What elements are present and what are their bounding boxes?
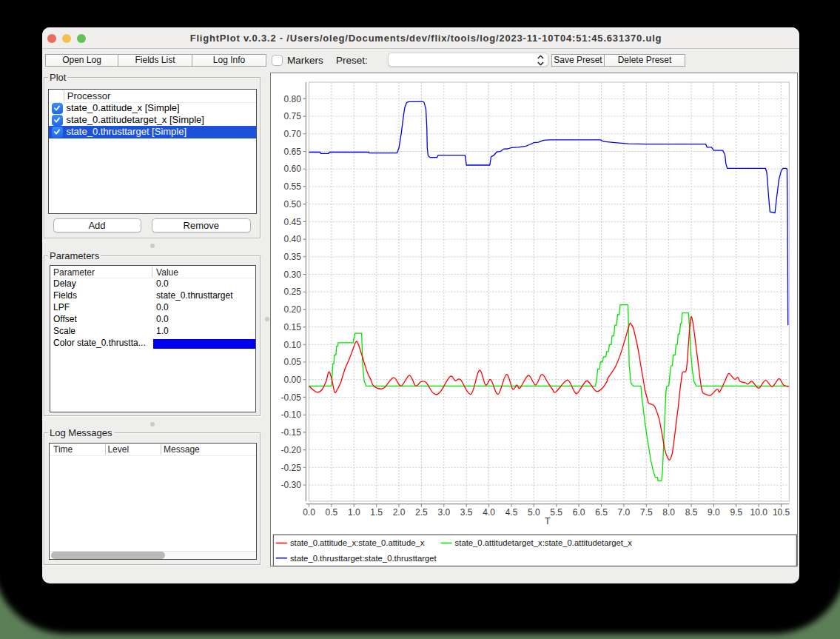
svg-text:0.0: 0.0 [303,507,315,518]
svg-text:6.5: 6.5 [595,507,608,518]
svg-text:5.0: 5.0 [528,507,540,518]
svg-text:0.20: 0.20 [284,304,302,315]
svg-text:0.40: 0.40 [284,234,302,244]
svg-text:T: T [545,516,551,526]
svg-text:0.15: 0.15 [284,322,302,332]
svg-text:0.5: 0.5 [326,507,338,518]
svg-text:0.70: 0.70 [284,129,302,139]
svg-text:9.0: 9.0 [708,507,720,518]
svg-text:0.60: 0.60 [284,164,302,174]
svg-text:1.0: 1.0 [348,507,360,518]
svg-text:0.05: 0.05 [284,357,302,367]
svg-text:-0.30: -0.30 [281,480,302,490]
svg-text:8.0: 8.0 [662,507,675,518]
svg-text:6.0: 6.0 [573,507,585,518]
svg-text:0.25: 0.25 [284,287,302,297]
svg-text:state_0.thrusttarget:state_0.t: state_0.thrusttarget:state_0.thrusttarge… [290,554,437,563]
svg-text:3.0: 3.0 [437,507,450,518]
svg-text:0.80: 0.80 [284,94,302,104]
svg-text:-0.20: -0.20 [281,445,302,455]
svg-text:0.35: 0.35 [284,252,302,262]
svg-text:-0.15: -0.15 [281,427,302,438]
svg-text:0.10: 0.10 [284,340,302,350]
svg-text:-0.05: -0.05 [281,392,302,403]
svg-text:0.00: 0.00 [284,375,302,385]
svg-text:10.5: 10.5 [773,507,790,518]
svg-text:7.0: 7.0 [618,507,631,518]
svg-text:0.50: 0.50 [284,199,302,210]
svg-text:-0.10: -0.10 [281,409,302,420]
svg-text:8.5: 8.5 [685,507,698,518]
svg-text:0.55: 0.55 [284,181,302,192]
svg-text:-0.25: -0.25 [281,463,302,473]
svg-text:2.0: 2.0 [393,507,406,518]
svg-text:4.5: 4.5 [505,507,518,518]
svg-text:state_0.attitude_x:state_0.att: state_0.attitude_x:state_0.attitude_x [290,538,425,547]
svg-text:3.5: 3.5 [460,507,473,518]
svg-text:7.5: 7.5 [640,507,653,518]
svg-text:state_0.attitudetarget_x:state: state_0.attitudetarget_x:state_0.attitud… [455,538,633,547]
svg-text:2.5: 2.5 [415,507,428,518]
svg-text:1.5: 1.5 [370,507,383,518]
svg-text:0.65: 0.65 [284,147,302,157]
svg-text:4.0: 4.0 [483,507,495,518]
svg-text:0.75: 0.75 [284,111,302,121]
svg-text:0.45: 0.45 [284,217,302,227]
svg-text:0.30: 0.30 [284,270,302,280]
svg-text:9.5: 9.5 [730,507,742,518]
svg-text:10.0: 10.0 [750,507,768,518]
svg-text:5.5: 5.5 [550,507,562,518]
